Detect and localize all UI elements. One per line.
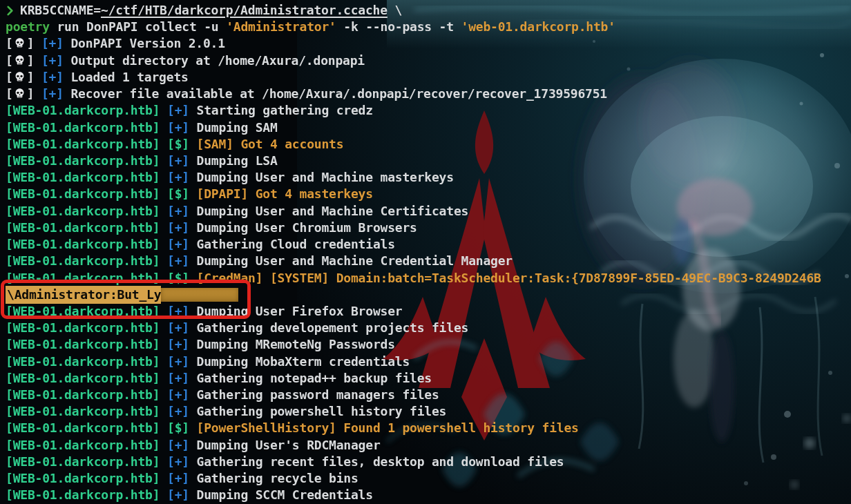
- text-segment: KRB5CCNAME=: [20, 3, 101, 17]
- text-segment: [CredMan] [SYSTEM] Domain:batch=TaskSche…: [189, 271, 821, 285]
- text-segment: [SAM] Got 4 accounts: [189, 137, 343, 151]
- log-line: [] [+] Recover file available at /home/A…: [6, 86, 851, 102]
- text-segment: [WEB-01.darkcorp.htb]: [6, 487, 160, 502]
- log-line: [WEB-01.darkcorp.htb] [+] Gathering pass…: [6, 387, 851, 403]
- text-segment: [WEB-01.darkcorp.htb]: [6, 103, 160, 117]
- text-segment: [WEB-01.darkcorp.htb]: [6, 170, 160, 184]
- log-line: [WEB-01.darkcorp.htb] [+] Gathering deve…: [6, 320, 851, 336]
- log-line: [WEB-01.darkcorp.htb] [+] Gathering note…: [6, 370, 851, 387]
- text-segment: [160, 137, 167, 151]
- text-segment: [WEB-01.darkcorp.htb]: [6, 120, 160, 135]
- text-segment: -k --no-pass -t: [336, 19, 461, 34]
- text-segment: [+]: [167, 387, 189, 402]
- text-segment: ]: [27, 70, 41, 84]
- text-segment: Starting gathering credz: [189, 103, 373, 117]
- text-segment: [: [6, 36, 13, 50]
- terminal-window: KRB5CCNAME=~/ctf/HTB/darkcorp/Administra…: [0, 0, 851, 504]
- text-segment: [: [6, 70, 13, 84]
- log-line-loot: [WEB-01.darkcorp.htb] [$] [SAM] Got 4 ac…: [6, 136, 851, 153]
- text-segment: [160, 454, 167, 469]
- text-segment: [160, 237, 167, 251]
- log-line: [WEB-01.darkcorp.htb] [+] Dumping SAM: [6, 119, 851, 136]
- text-segment: [+]: [167, 354, 189, 369]
- text-segment: 'Administrator': [226, 19, 336, 34]
- text-segment: ]: [27, 86, 41, 101]
- text-segment: ]: [27, 36, 41, 50]
- text-segment: Dumping User and Machine Certificates: [189, 204, 468, 218]
- log-line: [WEB-01.darkcorp.htb] [+] Gathering Clou…: [6, 236, 851, 253]
- log-line: [WEB-01.darkcorp.htb] [+] Dumping User a…: [6, 203, 851, 220]
- text-segment: ~/ctf/HTB/darkcorp/Administrator.ccache: [101, 3, 388, 17]
- log-line: [WEB-01.darkcorp.htb] [+] Gathering recy…: [6, 470, 851, 487]
- text-segment: [+]: [167, 471, 189, 485]
- text-segment: [WEB-01.darkcorp.htb]: [6, 137, 160, 151]
- text-segment: [160, 337, 167, 351]
- text-segment: Dumping User Chromium Browsers: [189, 220, 417, 235]
- text-segment: [WEB-01.darkcorp.htb]: [6, 237, 160, 251]
- text-segment: [$]: [167, 186, 189, 201]
- text-segment: [+]: [167, 237, 189, 251]
- text-segment: [WEB-01.darkcorp.htb]: [6, 371, 160, 385]
- log-line: [] [+] Output directory at /home/Axura/.…: [6, 52, 851, 69]
- text-segment: [+]: [167, 103, 189, 117]
- text-segment: [+]: [167, 371, 189, 385]
- log-line: [WEB-01.darkcorp.htb] [+] Dumping MobaXt…: [6, 353, 851, 370]
- text-segment: Output directory at /home/Axura/.donpapi: [64, 53, 365, 68]
- text-segment: [+]: [167, 120, 189, 135]
- text-segment: [+]: [167, 320, 189, 335]
- text-segment: [160, 220, 167, 235]
- text-segment: Dumping MobaXterm credentials: [189, 354, 410, 369]
- text-segment: Dumping User's RDCManager: [189, 438, 381, 452]
- text-segment: Gathering developement projects files: [189, 320, 468, 335]
- text-segment: [160, 120, 167, 135]
- text-segment: [+]: [167, 337, 189, 351]
- text-segment: [WEB-01.darkcorp.htb]: [6, 387, 160, 402]
- text-segment: [160, 186, 167, 201]
- text-segment: [+]: [167, 454, 189, 469]
- text-segment: [+]: [167, 487, 189, 502]
- text-segment: [PowerShellHistory] Found 1 powershell h…: [189, 420, 579, 435]
- skull-icon: [13, 70, 27, 87]
- text-segment: [160, 487, 167, 502]
- text-segment: [160, 170, 167, 184]
- text-segment: [+]: [167, 170, 189, 184]
- log-line: [] [+] DonPAPI Version 2.0.1: [6, 35, 851, 52]
- text-segment: [: [6, 86, 13, 101]
- text-segment: [: [6, 53, 13, 68]
- text-segment: Gathering notepad++ backup files: [189, 371, 432, 385]
- log-line: [WEB-01.darkcorp.htb] [+] Gathering powe…: [6, 403, 851, 420]
- text-segment: [WEB-01.darkcorp.htb]: [6, 454, 160, 469]
- log-line: [WEB-01.darkcorp.htb] [+] Dumping User's…: [6, 437, 851, 454]
- text-segment: [WEB-01.darkcorp.htb]: [6, 404, 160, 418]
- log-line-loot: [WEB-01.darkcorp.htb] [$] [DPAPI] Got 4 …: [6, 186, 851, 202]
- text-segment: [+]: [167, 253, 189, 268]
- terminal-output: KRB5CCNAME=~/ctf/HTB/darkcorp/Administra…: [0, 0, 851, 504]
- text-segment: DonPAPI Version 2.0.1: [64, 36, 225, 50]
- text-segment: [+]: [167, 404, 189, 418]
- text-segment: [WEB-01.darkcorp.htb]: [6, 320, 160, 335]
- text-segment: Dumping SAM: [189, 120, 278, 135]
- skull-icon: [13, 54, 27, 70]
- text-segment: [160, 204, 167, 218]
- text-segment: [WEB-01.darkcorp.htb]: [6, 220, 160, 235]
- log-line: [WEB-01.darkcorp.htb] [+] Dumping User a…: [6, 169, 851, 186]
- text-segment: [+]: [41, 36, 64, 50]
- text-segment: [WEB-01.darkcorp.htb]: [6, 438, 160, 452]
- skull-icon: [13, 37, 27, 53]
- text-segment: Recover file available at /home/Axura/.d…: [64, 86, 607, 101]
- text-segment: [160, 371, 167, 385]
- log-line: [] [+] Loaded 1 targets: [6, 69, 851, 86]
- text-segment: Gathering recycle bins: [189, 471, 358, 485]
- text-segment: [+]: [167, 220, 189, 235]
- text-segment: [WEB-01.darkcorp.htb]: [6, 471, 160, 485]
- text-segment: [160, 404, 167, 418]
- text-segment: Gathering recent files, desktop and down…: [189, 454, 564, 469]
- text-segment: [WEB-01.darkcorp.htb]: [6, 420, 160, 435]
- log-line: [WEB-01.darkcorp.htb] [+] Starting gathe…: [6, 102, 851, 119]
- credential-annotation-box: [1, 280, 251, 319]
- text-segment: [$]: [167, 137, 189, 151]
- text-segment: [160, 387, 167, 402]
- text-segment: [WEB-01.darkcorp.htb]: [6, 153, 160, 168]
- text-segment: [160, 253, 167, 268]
- text-segment: [+]: [167, 153, 189, 168]
